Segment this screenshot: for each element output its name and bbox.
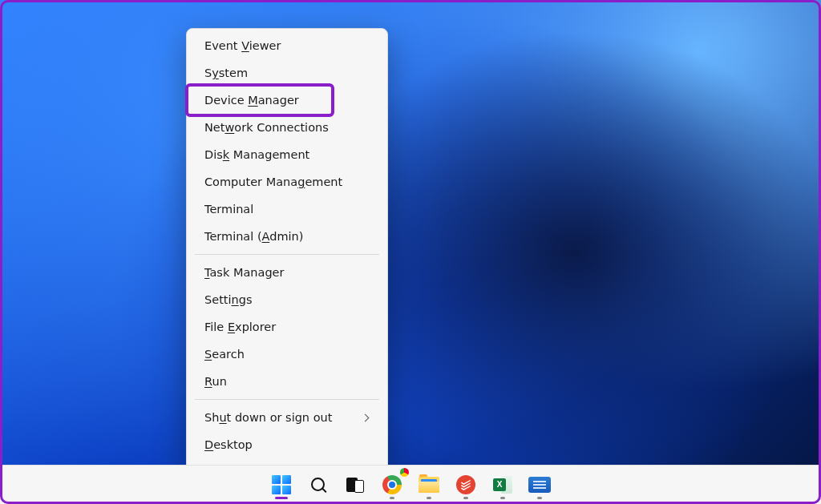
winx-power-menu: Event ViewerSystemDevice ManagerNetwork … [186,28,388,466]
taskbar-search-button[interactable] [302,469,334,501]
menu-item-terminal-admin[interactable]: Terminal (Admin) [190,223,384,250]
excel-icon: X [493,476,512,494]
menu-item-settings[interactable]: Settings [190,286,384,313]
menu-separator [195,399,379,400]
menu-item-label: Disk Management [204,148,309,161]
menu-item-label: System [204,67,248,79]
menu-item-label: Desktop [204,438,253,451]
menu-item-run[interactable]: Run [190,368,384,395]
taskbar-todoist-button[interactable] [450,469,482,501]
search-icon [310,477,326,493]
menu-item-disk-management[interactable]: Disk Management [190,141,384,168]
taskview-icon [346,478,364,492]
menu-item-label: Event Viewer [204,39,281,52]
todoist-icon [456,475,475,494]
taskbar: X [0,465,821,504]
file-explorer-icon [419,477,439,493]
menu-item-label: Network Connections [204,121,329,134]
menu-item-file-explorer[interactable]: File Explorer [190,313,384,341]
menu-item-label: Settings [204,293,253,306]
menu-separator [195,254,379,255]
menu-item-terminal[interactable]: Terminal [190,196,384,223]
windows-logo-icon [272,475,291,494]
taskbar-start-button[interactable] [265,469,297,501]
menu-item-task-manager[interactable]: Task Manager [190,259,384,286]
chrome-profile-badge-icon [400,468,409,477]
menu-item-desktop[interactable]: Desktop [190,431,384,458]
chrome-icon [382,475,402,494]
menu-item-label: Task Manager [204,266,284,279]
taskbar-chrome-button[interactable] [376,469,408,501]
menu-item-label: Computer Management [204,175,342,188]
taskbar-taskview-button[interactable] [339,469,371,501]
menu-item-label: File Explorer [204,321,276,333]
menu-item-computer-management[interactable]: Computer Management [190,168,384,196]
menu-item-event-viewer[interactable]: Event Viewer [190,32,384,59]
word-icon [528,477,551,493]
menu-item-search[interactable]: Search [190,341,384,368]
menu-item-label: Device Manager [204,94,299,107]
menu-item-system[interactable]: System [190,59,384,87]
submenu-chevron-icon [362,413,370,421]
desktop-wallpaper [0,0,821,504]
menu-item-network-connections[interactable]: Network Connections [190,114,384,141]
menu-item-label: Shut down or sign out [204,411,332,424]
menu-item-label: Terminal (Admin) [204,230,303,243]
taskbar-word-button[interactable] [524,469,556,501]
taskbar-excel-button[interactable]: X [487,469,519,501]
menu-item-label: Search [204,348,245,361]
menu-item-device-manager[interactable]: Device Manager [190,87,384,114]
menu-item-label: Terminal [204,203,253,216]
taskbar-file-explorer-button[interactable] [413,469,445,501]
menu-item-label: Run [204,375,227,388]
menu-item-shut-down-or-sign-out[interactable]: Shut down or sign out [190,404,384,431]
